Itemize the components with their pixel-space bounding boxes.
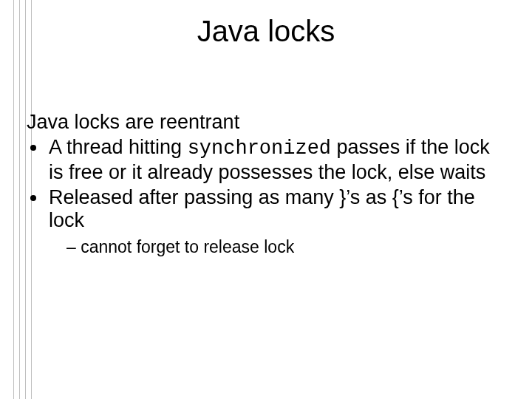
slide-title: Java locks [0,15,532,48]
sub-bullet-list: cannot forget to release lock [49,237,505,257]
bullet-list: A thread hitting synchronized passes if … [27,136,505,258]
bullet-text: Released after passing as many }’s as {’… [49,186,475,232]
decorative-line [19,0,20,399]
bullet-item: A thread hitting synchronized passes if … [47,136,505,185]
slide: Java locks Java locks are reentrant A th… [0,0,532,399]
lead-text: Java locks are reentrant [27,111,505,134]
sub-bullet-text: cannot forget to release lock [81,237,294,256]
bullet-item: Released after passing as many }’s as {’… [47,186,505,258]
decorative-line [13,0,14,399]
decorative-line [25,0,26,399]
inline-code: synchronized [188,137,331,160]
sub-bullet-item: cannot forget to release lock [66,237,505,257]
bullet-text-pre: A thread hitting [49,136,188,158]
slide-body: Java locks are reentrant A thread hittin… [27,111,505,259]
